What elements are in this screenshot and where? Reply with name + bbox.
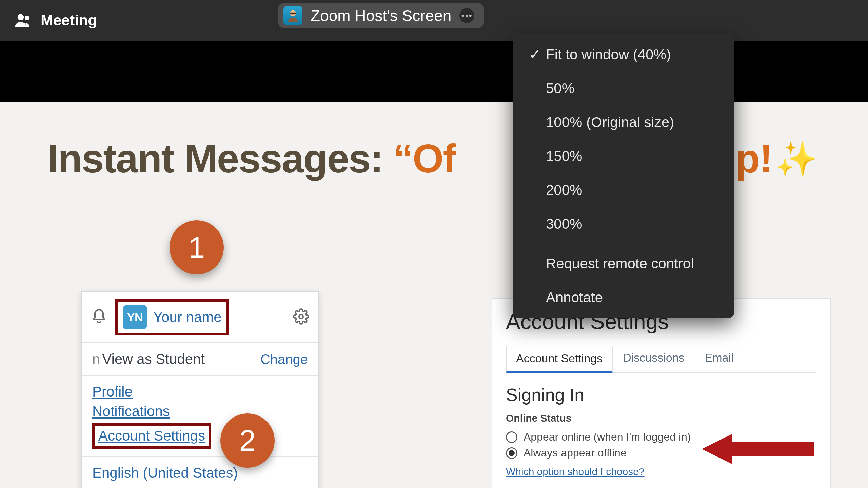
language-row[interactable]: English (United States) [82, 457, 318, 488]
more-options-button[interactable]: ••• [459, 8, 474, 23]
online-status-label: Online Status [506, 412, 816, 424]
account-settings-link[interactable]: Account Settings [92, 423, 211, 449]
menu-item-label: Annotate [546, 289, 603, 306]
shared-slide: Instant Messages: “Of ip! ✨ 1 YN Your na… [0, 102, 868, 488]
bell-icon[interactable] [91, 308, 107, 326]
change-link[interactable]: Change [260, 352, 308, 367]
user-name-label: Your name [153, 309, 222, 325]
gear-icon[interactable] [293, 308, 309, 326]
menu-item-label: 50% [546, 80, 574, 97]
check-icon: ✓ [529, 46, 538, 63]
view-options-menu: ✓ Fit to window (40%) 50% 100% (Original… [513, 34, 734, 318]
sparkle-icon: ✨ [775, 139, 817, 179]
black-letterbox [0, 41, 868, 102]
svg-point-0 [18, 14, 24, 20]
meeting-label: Meeting [41, 12, 97, 29]
settings-tabs: Account Settings Discussions Email [506, 345, 816, 373]
meeting-button[interactable]: Meeting [14, 11, 97, 30]
svg-point-4 [299, 314, 303, 319]
callout-badge-1: 1 [170, 220, 224, 274]
user-name-highlight[interactable]: YN Your name [115, 299, 229, 336]
menu-item-label: Request remote control [546, 256, 694, 272]
menu-item-label: Fit to window (40%) [546, 46, 671, 63]
menu-item-annotate[interactable]: Annotate [513, 281, 734, 314]
menu-item-150[interactable]: 150% [513, 139, 734, 173]
ellipsis-icon: ••• [461, 11, 473, 21]
user-avatar: YN [123, 305, 147, 329]
radio-icon [506, 431, 517, 443]
radio-label-offline: Always appear offline [524, 447, 627, 459]
view-as-row: n View as Student Change [82, 343, 318, 376]
zoom-toolbar: Meeting Zoom Host's Screen ••• [0, 0, 868, 41]
radio-icon-selected [506, 447, 517, 459]
tab-account-settings[interactable]: Account Settings [506, 346, 613, 373]
host-avatar-icon [283, 6, 302, 25]
user-menu-header: YN Your name [82, 292, 318, 343]
callout-badge-2: 2 [220, 413, 275, 468]
menu-item-fit-to-window[interactable]: ✓ Fit to window (40%) [513, 37, 734, 72]
screen-share-indicator[interactable]: Zoom Host's Screen ••• [278, 3, 484, 28]
slide-title-prefix: Instant Messages: [47, 136, 393, 181]
participants-icon [14, 11, 33, 30]
share-label: Zoom Host's Screen [311, 6, 451, 25]
menu-item-100[interactable]: 100% (Original size) [513, 105, 734, 139]
menu-item-label: 300% [546, 216, 582, 232]
menu-item-request-remote[interactable]: Request remote control [513, 247, 734, 281]
slide-title-suffix: ip! ✨ [725, 136, 817, 182]
menu-item-200[interactable]: 200% [513, 173, 734, 207]
tab-email[interactable]: Email [695, 345, 744, 372]
radio-label-online: Appear online (when I'm logged in) [524, 431, 691, 443]
view-as-label: View as Student [102, 351, 260, 367]
user-menu-panel: YN Your name n View as Student Change Pr… [81, 291, 319, 488]
svg-marker-5 [702, 434, 814, 464]
notifications-link[interactable]: Notifications [92, 403, 308, 420]
menu-item-label: 150% [546, 148, 582, 164]
menu-item-label: 100% (Original size) [546, 114, 674, 130]
svg-point-1 [25, 16, 29, 20]
slide-title-quote: “Of [393, 136, 456, 181]
menu-separator [513, 244, 734, 244]
profile-link[interactable]: Profile [92, 384, 308, 400]
tab-discussions[interactable]: Discussions [613, 345, 694, 372]
svg-rect-3 [290, 13, 296, 15]
menu-item-300[interactable]: 300% [513, 207, 734, 241]
slide-title: Instant Messages: “Of [47, 136, 456, 182]
user-links: Profile Notifications Account Settings [82, 376, 318, 457]
menu-item-50[interactable]: 50% [513, 72, 734, 105]
menu-item-label: 200% [546, 182, 582, 198]
signing-in-heading: Signing In [506, 385, 816, 405]
help-link[interactable]: Which option should I choose? [506, 466, 645, 477]
